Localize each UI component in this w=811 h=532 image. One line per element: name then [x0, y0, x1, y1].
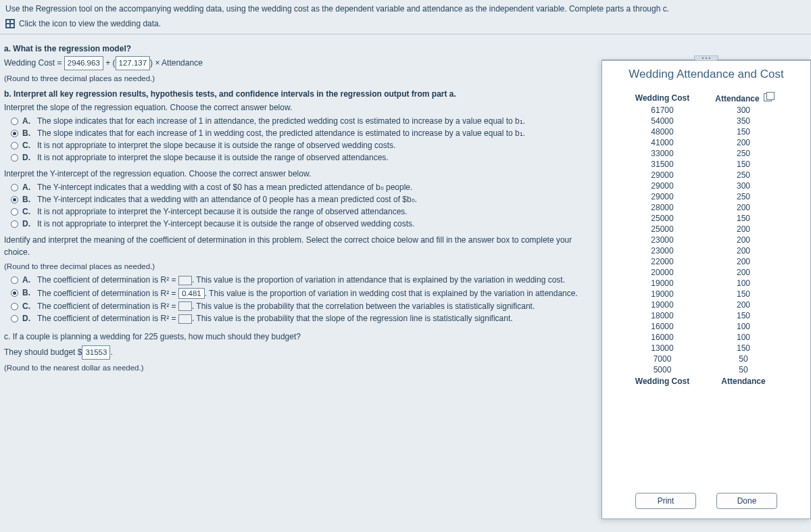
- round-note-c: (Round to the nearest dollar as needed.): [4, 362, 588, 374]
- table-row: 54000350: [618, 116, 794, 126]
- table-row: 61700300: [618, 105, 794, 116]
- table-row: 41000200: [618, 137, 794, 148]
- yint-radio-d[interactable]: [11, 220, 18, 228]
- cell-attendance: 50: [706, 354, 781, 364]
- coef-a-input[interactable]: [178, 276, 192, 285]
- slope-opt-b: The slope indicates that for each increa…: [37, 128, 525, 138]
- cell-cost: 22000: [618, 257, 706, 266]
- opt-label-a: A.: [22, 116, 33, 126]
- cell-attendance: 250: [706, 192, 781, 201]
- coef-c-input[interactable]: [178, 301, 192, 311]
- coef-round-note: (Round to three decimal places as needed…: [4, 261, 588, 272]
- slope-opt-c: It is not appropriate to interpret the s…: [37, 141, 395, 150]
- table-icon[interactable]: [5, 19, 15, 28]
- yint-opt-a: The Y-intercept indicates that a wedding…: [37, 183, 412, 192]
- coef-a-pre: The coefficient of determination is R² =: [37, 275, 178, 285]
- print-button[interactable]: Print: [635, 493, 696, 509]
- coef-radio-a[interactable]: [11, 276, 18, 284]
- yint-radio-b[interactable]: [11, 196, 18, 203]
- slope-opt-d: It is not appropriate to interpret the s…: [37, 153, 389, 162]
- part-a-title: a. What is the regression model?: [4, 44, 588, 53]
- yint-radio-c[interactable]: [11, 208, 18, 216]
- budget-post: .: [110, 347, 112, 357]
- opt-label-b2: B.: [22, 195, 33, 204]
- cell-attendance: 250: [706, 170, 781, 180]
- problem-instruction: Use the Regression tool on the accompany…: [0, 0, 811, 16]
- coef-question: Identify and interpret the meaning of th…: [4, 234, 588, 258]
- cell-attendance: 50: [706, 365, 781, 374]
- yint-opt-b: The Y-intercept indicates that a wedding…: [37, 195, 417, 204]
- cell-attendance: 250: [706, 149, 781, 158]
- coef-radio-b[interactable]: [11, 289, 18, 297]
- table-row: 29000250: [618, 191, 794, 202]
- cell-cost: 29000: [618, 170, 706, 180]
- opt-label-a2: A.: [22, 183, 33, 192]
- cell-attendance: 100: [706, 279, 781, 288]
- cell-cost: 25000: [618, 214, 706, 223]
- modal-title: Wedding Attendance and Cost: [602, 61, 810, 87]
- wedding-data-modal: • • • Wedding Attendance and Cost Weddin…: [601, 59, 811, 519]
- slope-radio-d[interactable]: [11, 154, 18, 162]
- table-row: 48000150: [618, 126, 794, 137]
- table-row: 31500150: [618, 159, 794, 170]
- cell-attendance: 150: [706, 160, 781, 169]
- opt-label-c: C.: [22, 141, 33, 150]
- cell-cost: 5000: [618, 365, 706, 374]
- round-note-a: (Round to three decimal places as needed…: [4, 73, 588, 84]
- cell-cost: 7000: [618, 354, 706, 364]
- opt-label-b3: B.: [22, 288, 33, 297]
- yint-opt-d: It is not appropriate to interpret the Y…: [37, 219, 414, 228]
- click-icon-text[interactable]: Click the icon to view the wedding data.: [19, 19, 161, 28]
- modal-drag-handle[interactable]: • • •: [694, 55, 718, 61]
- cell-cost: 16000: [618, 322, 706, 331]
- cell-attendance: 200: [706, 203, 781, 212]
- coef-d-post: . This value is the probability that the…: [192, 314, 513, 323]
- part-c-question: c. If a couple is planning a wedding for…: [4, 331, 588, 343]
- times-attendance: × Attendance: [155, 58, 202, 68]
- opt-label-c3: C.: [22, 301, 33, 311]
- part-b-intro: b. Interpret all key regression results,…: [4, 89, 588, 99]
- cell-attendance: 150: [706, 127, 781, 137]
- table-row: 28000200: [618, 202, 794, 213]
- cell-attendance: 200: [706, 268, 781, 277]
- coef-radio-d[interactable]: [11, 315, 18, 322]
- cell-attendance: 200: [706, 235, 781, 245]
- cell-attendance: 200: [706, 300, 781, 310]
- coef-b-input[interactable]: 0.481: [178, 288, 205, 299]
- coef-radio-c[interactable]: [11, 303, 18, 310]
- slope-radio-c[interactable]: [11, 142, 18, 149]
- cell-attendance: 150: [706, 289, 781, 299]
- table-row: 29000300: [618, 180, 794, 191]
- cell-cost: 19000: [618, 289, 706, 299]
- yint-radio-a[interactable]: [11, 184, 18, 191]
- b1-input[interactable]: 127.137: [116, 56, 151, 70]
- opt-label-d3: D.: [22, 314, 33, 323]
- b0-input[interactable]: 2946.963: [64, 56, 103, 70]
- slope-radio-a[interactable]: [11, 118, 18, 125]
- budget-input[interactable]: 31553: [82, 345, 110, 360]
- cell-cost: 31500: [618, 160, 706, 169]
- done-button[interactable]: Done: [716, 493, 777, 509]
- table-row: 20000200: [618, 267, 794, 278]
- copy-icon[interactable]: [764, 93, 772, 101]
- slope-radio-b[interactable]: [11, 130, 18, 137]
- table-row: 23000200: [618, 235, 794, 245]
- col-header-cost: Wedding Cost: [618, 93, 706, 103]
- coef-d-pre: The coefficient of determination is R² =: [37, 314, 178, 323]
- coef-b-pre: The coefficient of determination is R² =: [37, 289, 178, 298]
- budget-pre: They should budget $: [4, 347, 82, 357]
- cell-attendance: 200: [706, 246, 781, 256]
- cell-cost: 41000: [618, 138, 706, 147]
- col-footer-attendance: Attendance: [706, 377, 781, 386]
- table-row: 29000250: [618, 170, 794, 180]
- col-footer-cost: Wedding Cost: [618, 377, 706, 386]
- coef-d-input[interactable]: [178, 314, 192, 324]
- table-row: 25000200: [618, 224, 794, 235]
- cell-cost: 29000: [618, 192, 706, 201]
- cell-cost: 29000: [618, 181, 706, 191]
- table-row: 19000150: [618, 289, 794, 299]
- cell-attendance: 200: [706, 138, 781, 147]
- table-row: 33000250: [618, 148, 794, 159]
- cell-cost: 19000: [618, 279, 706, 288]
- slope-question: Interpret the slope of the regression eq…: [4, 101, 588, 114]
